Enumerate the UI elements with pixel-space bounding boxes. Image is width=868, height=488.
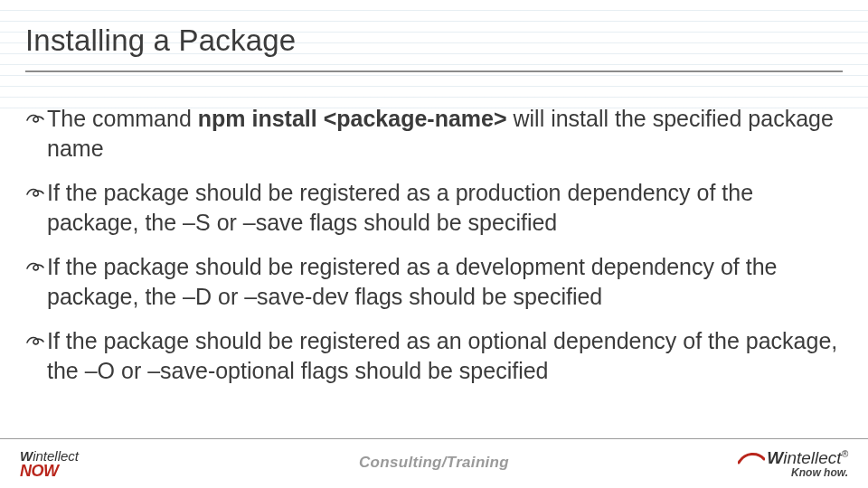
bullet-text: If the package should be registered as a…: [47, 252, 843, 312]
scribble-bullet-icon: [25, 185, 45, 200]
bullet-text: If the package should be registered as a…: [47, 178, 843, 238]
text-run: The command: [47, 106, 198, 131]
bullet-item: If the package should be registered as a…: [25, 326, 843, 386]
title-row: Installing a Package: [25, 23, 843, 72]
swoosh-icon: [738, 450, 765, 466]
content-area: The command npm install <package-name> w…: [25, 104, 843, 400]
logo-wintellect: Wintellect® Know how.: [738, 449, 848, 479]
scribble-bullet-icon: [25, 259, 45, 274]
bullet-text: The command npm install <package-name> w…: [47, 104, 843, 164]
bullet-item: The command npm install <package-name> w…: [25, 104, 843, 164]
bullet-item: If the package should be registered as a…: [25, 252, 843, 312]
logo-left-line2: NOW: [20, 463, 79, 479]
logo-right-brand: Wintellect®: [738, 449, 848, 467]
logo-text: intellect: [783, 448, 841, 467]
logo-wintellect-now: Wintellect NOW: [20, 449, 79, 479]
text-run: If the package should be registered as a…: [47, 254, 778, 309]
logo-right-tag: Know how.: [738, 467, 848, 479]
text-bold: npm install <package-name>: [198, 106, 507, 131]
registered-mark: ®: [842, 449, 848, 459]
scribble-bullet-icon: [25, 111, 45, 126]
text-run: If the package should be registered as a…: [47, 328, 837, 383]
slide-title: Installing a Package: [25, 23, 843, 58]
bullet-text: If the package should be registered as a…: [47, 326, 843, 386]
bullet-item: If the package should be registered as a…: [25, 178, 843, 238]
logo-text: W: [767, 448, 783, 467]
logo-left-line1: Wintellect: [20, 449, 79, 463]
footer-rule: [0, 438, 868, 439]
text-run: If the package should be registered as a…: [47, 180, 753, 235]
scribble-bullet-icon: [25, 333, 45, 348]
